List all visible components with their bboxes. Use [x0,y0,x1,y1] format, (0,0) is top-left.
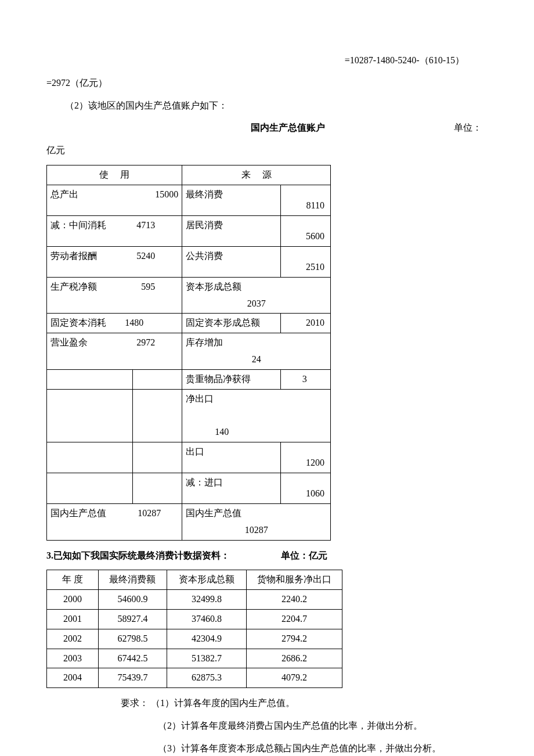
section3-header: 3.已知如下我国实际统最终消费计数据资料： 单位：亿元 [46,548,488,564]
value: 15000 [155,186,178,203]
cell: 58927.4 [98,609,167,629]
section3-unit: 单位：亿元 [281,550,327,560]
value: 2010 [281,314,331,333]
cell: 净出口 140 [182,389,331,442]
value: 595 [141,279,178,296]
value: 2972 [136,334,178,351]
value: 4713 [136,217,178,234]
label: 营业盈余 [50,334,88,351]
cell: 减：中间消耗 4713 [47,215,182,246]
gdp-head-uses: 使用 [47,165,182,185]
col-header: 资本形成总额 [167,570,247,590]
value: 10287 [186,522,327,539]
label: 劳动者报酬 [50,248,97,265]
table-row: 减：中间消耗 4713 居民消费 5600 [47,215,331,246]
cell: 4079.2 [247,668,342,688]
cell: 2002 [47,629,99,649]
table-row: 固定资本消耗 1480 固定资本形成总额 2010 [47,314,331,333]
table-row: 净出口 140 [47,389,331,442]
value: 2510 [281,246,331,277]
label: 生产税净额 [50,279,97,296]
gdp-account-table: 使用 来源 总产出 15000 最终消费 8110 减：中间消耗 4713 居民… [46,165,331,541]
req-label: 要求： [121,698,149,708]
req1: （1）计算各年度的国内生产总值。 [151,698,295,708]
cell: 2204.7 [247,609,342,629]
table1-unit-suffix: 亿元 [46,142,488,159]
cell: 2003 [47,649,99,668]
table-row: 2004 75439.7 62875.3 4079.2 [47,668,342,688]
table-row: 2000 54600.9 32499.8 2240.2 [47,590,342,610]
cell: 劳动者报酬 5240 [47,246,182,277]
cell: 国内生产总值 10287 [47,503,182,540]
cell: 51382.7 [167,649,247,668]
cell: 37460.8 [167,609,247,629]
requirements-line1: 要求： （1）计算各年度的国内生产总值。 [121,695,488,712]
table-row: 劳动者报酬 5240 公共消费 2510 [47,246,331,277]
empty [132,389,182,442]
consumption-data-table: 年 度 最终消费额 资本形成总额 货物和服务净出口 2000 54600.9 3… [46,570,342,688]
label: 贵重物品净获得 [182,369,281,389]
value: 24 [186,351,327,368]
value: 140 [186,424,327,441]
cell: 75439.7 [98,668,167,688]
cell: 2240.2 [247,590,342,610]
empty [47,473,133,503]
label: 资本形成总额 [186,282,241,291]
table1-title: 国内生产总值账户 [122,120,454,136]
label: 居民消费 [182,215,281,246]
table-row: 出口 1200 [47,442,331,473]
cell: 42304.9 [167,629,247,649]
table-row: 减：进口 1060 [47,473,331,503]
table-row: 2001 58927.4 37460.8 2204.7 [47,609,342,629]
label: 净出口 [186,394,214,404]
req2: （2）计算各年度最终消费占国内生产总值的比率，并做出分析。 [158,718,488,735]
label: 国内生产总值 [186,508,241,518]
cell: 54600.9 [98,590,167,610]
label: 总产出 [50,186,78,203]
cell: 2004 [47,668,99,688]
cell: 2000 [47,590,99,610]
cell: 国内生产总值 10287 [182,503,331,540]
empty [47,442,133,473]
label: 最终消费 [182,185,281,215]
table-row: 营业盈余 2972 库存增加 24 [47,333,331,370]
value: 2037 [186,296,327,312]
value: 1200 [281,442,331,473]
value: 10287 [138,505,178,522]
table-row: 生产税净额 595 资本形成总额 2037 [47,277,331,314]
label: 库存增加 [186,337,223,347]
cell: 67442.5 [98,649,167,668]
col-header: 最终消费额 [98,570,167,590]
value: 1060 [281,473,331,503]
value: 5600 [281,215,331,246]
col-header: 货物和服务净出口 [247,570,342,590]
cell: 营业盈余 2972 [47,333,182,370]
value: 5240 [136,248,178,265]
empty [132,442,182,473]
label: 固定资本消耗 [50,315,106,332]
paragraph-2: （2）该地区的国内生产总值账户如下： [46,98,488,114]
label: 减：中间消耗 [50,217,106,234]
label: 出口 [182,442,281,473]
table-row: 年 度 最终消费额 资本形成总额 货物和服务净出口 [47,570,342,590]
table1-title-row: 国内生产总值账户 单位： [46,120,488,136]
cell: 2001 [47,609,99,629]
label: 公共消费 [182,246,281,277]
label: 国内生产总值 [50,505,106,522]
label: 固定资本形成总额 [182,314,281,333]
empty [132,369,182,389]
cell: 62875.3 [167,668,247,688]
cell: 32499.8 [167,590,247,610]
empty [47,389,133,442]
table-row: 2002 62798.5 42304.9 2794.2 [47,629,342,649]
cell: 总产出 15000 [47,185,182,215]
table-row: 2003 67442.5 51382.7 2686.2 [47,649,342,668]
equation-line: =10287-1480-5240-（610-15） [46,52,488,69]
cell: 固定资本消耗 1480 [47,314,182,333]
cell: 库存增加 24 [182,333,331,370]
cell: 生产税净额 595 [47,277,182,314]
req3: （3）计算各年度资本形成总额占国内生产总值的比率，并做出分析。 [158,740,488,756]
cell: 资本形成总额 2037 [182,277,331,314]
value: 3 [281,369,331,389]
empty [132,473,182,503]
